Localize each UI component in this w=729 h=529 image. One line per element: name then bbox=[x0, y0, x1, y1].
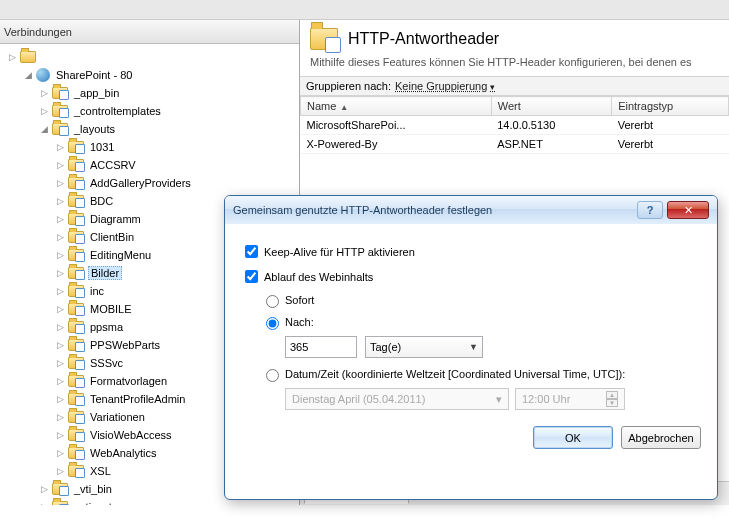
tree-toggle-icon[interactable]: ▷ bbox=[54, 375, 66, 387]
feature-icon bbox=[310, 28, 338, 50]
folder-icon bbox=[68, 159, 84, 171]
tree-label: BDC bbox=[88, 195, 115, 207]
tree-toggle-icon[interactable]: ◢ bbox=[38, 123, 50, 135]
tree-toggle-icon[interactable]: ▷ bbox=[54, 339, 66, 351]
tree-toggle-icon[interactable]: ▷ bbox=[6, 51, 18, 63]
folder-icon bbox=[68, 357, 84, 369]
tree-toggle-icon[interactable]: ▷ bbox=[54, 411, 66, 423]
tree-toggle-icon[interactable]: ▷ bbox=[54, 447, 66, 459]
tree-label: 1031 bbox=[88, 141, 116, 153]
tree-label: Formatvorlagen bbox=[88, 375, 169, 387]
folder-icon bbox=[68, 177, 84, 189]
folder-icon bbox=[20, 51, 36, 63]
tree-node[interactable]: ◢SharePoint - 80 bbox=[0, 66, 299, 84]
ok-button[interactable]: OK bbox=[533, 426, 613, 449]
page-title: HTTP-Antwortheader bbox=[348, 30, 499, 48]
folder-icon bbox=[68, 411, 84, 423]
folder-icon bbox=[68, 375, 84, 387]
dialog-title: Gemeinsam genutzte HTTP-Antwortheader fe… bbox=[233, 204, 492, 216]
page-description: Mithilfe dieses Features können Sie HTTP… bbox=[300, 54, 729, 76]
headers-table[interactable]: Name▲ Wert Eintragstyp MicrosoftSharePoi… bbox=[300, 96, 729, 154]
tree-toggle-icon[interactable]: ▷ bbox=[54, 195, 66, 207]
help-button[interactable]: ? bbox=[637, 201, 663, 219]
chevron-down-icon: ▼ bbox=[469, 342, 478, 352]
folder-icon bbox=[68, 285, 84, 297]
tree-label: XSL bbox=[88, 465, 113, 477]
table-row[interactable]: MicrosoftSharePoi...14.0.0.5130Vererbt bbox=[301, 116, 729, 135]
folder-icon bbox=[68, 339, 84, 351]
folder-icon bbox=[68, 321, 84, 333]
tree-toggle-icon[interactable]: ▷ bbox=[54, 285, 66, 297]
folder-icon bbox=[52, 123, 68, 135]
dialog-titlebar[interactable]: Gemeinsam genutzte HTTP-Antwortheader fe… bbox=[225, 196, 717, 224]
folder-icon bbox=[68, 231, 84, 243]
tree-toggle-icon[interactable]: ▷ bbox=[54, 321, 66, 333]
group-label: Gruppieren nach: bbox=[306, 80, 391, 92]
spin-up-icon: ▲ bbox=[606, 391, 618, 399]
date-picker: Dienstag April (05.04.2011) ▾ bbox=[285, 388, 509, 410]
close-button[interactable]: ✕ bbox=[667, 201, 709, 219]
folder-icon bbox=[52, 501, 68, 505]
top-toolbar bbox=[0, 0, 729, 20]
keep-alive-checkbox[interactable]: Keep-Alive für HTTP aktivieren bbox=[241, 242, 701, 261]
tree-label: TenantProfileAdmin bbox=[88, 393, 187, 405]
tree-toggle-icon[interactable]: ▷ bbox=[54, 429, 66, 441]
tree-toggle-icon[interactable]: ▷ bbox=[54, 159, 66, 171]
expire-checkbox[interactable]: Ablauf des Webinhalts bbox=[241, 267, 701, 286]
tree-toggle-icon[interactable]: ▷ bbox=[54, 393, 66, 405]
col-name[interactable]: Name▲ bbox=[301, 97, 492, 116]
col-value[interactable]: Wert bbox=[491, 97, 611, 116]
folder-icon bbox=[68, 429, 84, 441]
tree-toggle-icon[interactable]: ▷ bbox=[54, 177, 66, 189]
tree-toggle-icon[interactable]: ◢ bbox=[22, 69, 34, 81]
tree-toggle-icon[interactable]: ▷ bbox=[54, 141, 66, 153]
radio-datetime[interactable]: Datum/Zeit (koordinierte Weltzeit [Coord… bbox=[261, 366, 701, 382]
tree-toggle-icon[interactable]: ▷ bbox=[38, 105, 50, 117]
tree-toggle-icon[interactable]: ▷ bbox=[54, 465, 66, 477]
table-row[interactable]: X-Powered-ByASP.NETVererbt bbox=[301, 135, 729, 154]
tree-label: _vti_bin bbox=[72, 483, 114, 495]
globe-icon bbox=[36, 68, 50, 82]
tree-node[interactable]: ▷_controltemplates bbox=[0, 102, 299, 120]
http-headers-dialog: Gemeinsam genutzte HTTP-Antwortheader fe… bbox=[224, 195, 718, 500]
tree-label: Diagramm bbox=[88, 213, 143, 225]
tree-node[interactable]: ▷ bbox=[0, 48, 299, 66]
folder-icon bbox=[68, 393, 84, 405]
radio-after[interactable]: Nach: bbox=[261, 314, 701, 330]
tree-toggle-icon[interactable]: ▷ bbox=[54, 357, 66, 369]
tree-label: ppsma bbox=[88, 321, 125, 333]
tree-node[interactable]: ◢_layouts bbox=[0, 120, 299, 138]
tree-label: _vti_pvt bbox=[72, 501, 114, 505]
tree-toggle-icon[interactable]: ▷ bbox=[54, 267, 66, 279]
tree-node[interactable]: ▷AddGalleryProviders bbox=[0, 174, 299, 192]
tree-toggle-icon[interactable]: ▷ bbox=[54, 249, 66, 261]
chevron-down-icon: ▾ bbox=[496, 393, 502, 406]
tree-label: SSSvc bbox=[88, 357, 125, 369]
folder-icon bbox=[52, 87, 68, 99]
folder-icon bbox=[68, 141, 84, 153]
tree-label: AddGalleryProviders bbox=[88, 177, 193, 189]
tree-toggle-icon[interactable]: ▷ bbox=[54, 303, 66, 315]
folder-icon bbox=[68, 213, 84, 225]
cancel-button[interactable]: Abgebrochen bbox=[621, 426, 701, 449]
tree-toggle-icon[interactable]: ▷ bbox=[54, 231, 66, 243]
folder-icon bbox=[68, 303, 84, 315]
tree-label: MOBILE bbox=[88, 303, 134, 315]
tree-toggle-icon[interactable]: ▷ bbox=[54, 213, 66, 225]
tree-toggle-icon[interactable]: ▷ bbox=[38, 501, 50, 505]
tree-toggle-icon[interactable]: ▷ bbox=[38, 87, 50, 99]
group-dropdown[interactable]: Keine Gruppierung▾ bbox=[395, 80, 495, 92]
radio-immediate[interactable]: Sofort bbox=[261, 292, 701, 308]
after-unit-dropdown[interactable]: Tag(e) ▼ bbox=[365, 336, 483, 358]
tree-node[interactable]: ▷1031 bbox=[0, 138, 299, 156]
col-type[interactable]: Eintragstyp bbox=[612, 97, 729, 116]
tree-label: EditingMenu bbox=[88, 249, 153, 261]
folder-icon bbox=[52, 483, 68, 495]
tree-node[interactable]: ▷_app_bin bbox=[0, 84, 299, 102]
tree-toggle-icon[interactable]: ▷ bbox=[38, 483, 50, 495]
folder-icon bbox=[52, 105, 68, 117]
tree-label: _app_bin bbox=[72, 87, 121, 99]
tree-node[interactable]: ▷ACCSRV bbox=[0, 156, 299, 174]
after-value-input[interactable] bbox=[285, 336, 357, 358]
tree-label: Variationen bbox=[88, 411, 147, 423]
